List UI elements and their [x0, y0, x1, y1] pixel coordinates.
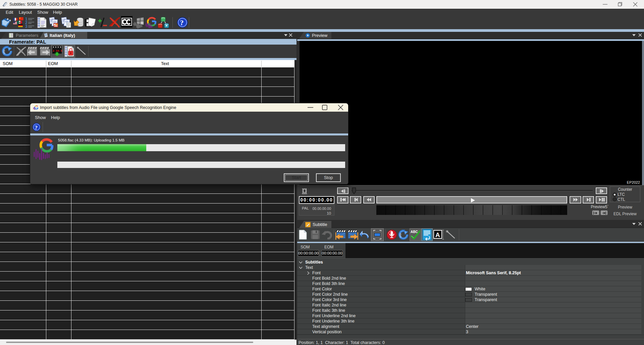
svg-text:A: A [435, 231, 440, 238]
svg-text:O: O [38, 20, 40, 22]
svg-text:?: ? [35, 124, 38, 131]
svg-text:O: O [65, 51, 67, 53]
svg-text:O: O [38, 22, 40, 24]
svg-text:G: G [38, 24, 40, 27]
svg-text:G: G [65, 53, 67, 56]
svg-text:ABC: ABC [411, 230, 418, 234]
svg-text:3: 3 [25, 24, 28, 28]
svg-text:O: O [65, 49, 67, 51]
svg-text:G: G [65, 46, 67, 49]
svg-text:2:34:56: 2:34:56 [53, 49, 62, 52]
svg-text:G: G [38, 17, 40, 20]
svg-text:?: ? [180, 18, 184, 27]
